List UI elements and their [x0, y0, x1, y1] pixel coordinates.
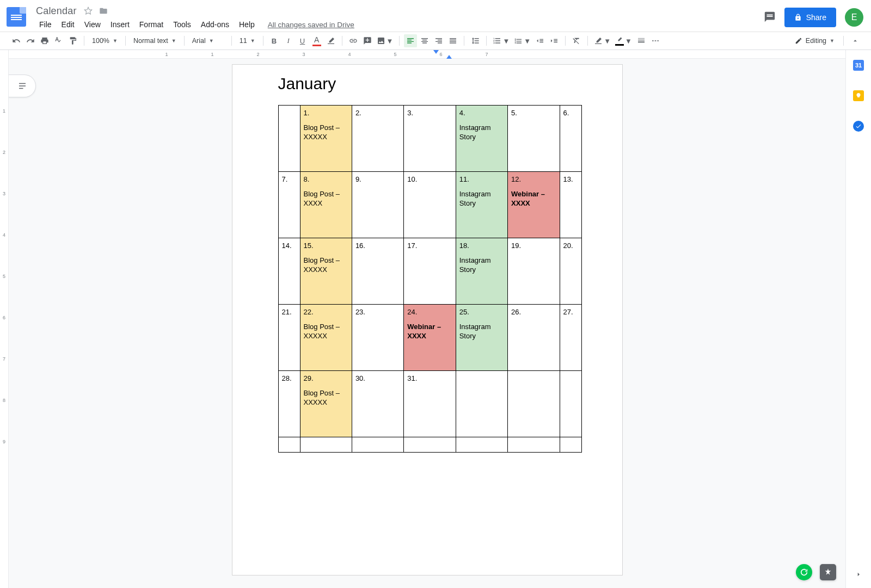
star-icon[interactable] [83, 6, 93, 16]
paint-format-button[interactable] [66, 34, 79, 47]
menu-addons[interactable]: Add-ons [197, 19, 234, 30]
line-spacing-button[interactable] [469, 34, 482, 47]
font-size-select[interactable]: 11▼ [236, 34, 259, 47]
numbered-list-button[interactable]: ▼ [491, 34, 511, 47]
insert-link-button[interactable] [347, 34, 360, 47]
toolbar: 100%▼ Normal text▼ Arial▼ 11▼ B I U A ▼ … [0, 32, 871, 50]
lock-icon [794, 14, 802, 21]
border-dash-button[interactable] [649, 34, 662, 47]
print-button[interactable] [38, 34, 51, 47]
border-color-button[interactable]: ▼ [614, 34, 634, 47]
align-justify-button[interactable] [446, 34, 459, 47]
font-select[interactable]: Arial▼ [189, 34, 227, 47]
menu-help[interactable]: Help [235, 19, 259, 30]
align-center-button[interactable] [418, 34, 431, 47]
menu-tools[interactable]: Tools [169, 19, 195, 30]
svg-marker-0 [84, 7, 91, 14]
saved-status[interactable]: All changes saved in Drive [268, 21, 354, 29]
app-header: Calendar File Edit View Insert Format To… [0, 0, 871, 32]
document-title[interactable]: Calendar [35, 5, 78, 17]
bold-button[interactable]: B [268, 34, 281, 47]
insert-image-button[interactable]: ▼ [375, 34, 395, 47]
align-left-button[interactable] [404, 34, 417, 47]
border-width-button[interactable] [635, 34, 648, 47]
align-right-button[interactable] [432, 34, 445, 47]
underline-button[interactable]: U [296, 34, 309, 47]
pencil-icon [795, 37, 802, 45]
text-color-button[interactable]: A [310, 34, 323, 47]
menu-bar: File Edit View Insert Format Tools Add-o… [35, 18, 764, 31]
share-button-label: Share [806, 13, 826, 22]
zoom-select[interactable]: 100%▼ [89, 34, 121, 47]
clear-formatting-button[interactable] [570, 34, 583, 47]
undo-button[interactable] [10, 34, 23, 47]
docs-logo-icon[interactable] [7, 7, 26, 27]
bulleted-list-button[interactable]: ▼ [512, 34, 532, 47]
menu-format[interactable]: Format [135, 19, 168, 30]
folder-icon[interactable] [99, 6, 108, 16]
menu-insert[interactable]: Insert [106, 19, 134, 30]
redo-button[interactable] [24, 34, 37, 47]
mode-select[interactable]: Editing▼ [792, 34, 838, 47]
insert-comment-button[interactable] [361, 34, 374, 47]
menu-edit[interactable]: Edit [57, 19, 79, 30]
highlight-button[interactable] [324, 34, 338, 47]
decrease-indent-button[interactable] [533, 34, 547, 47]
fill-color-button[interactable]: ▼ [592, 34, 612, 47]
increase-indent-button[interactable] [548, 34, 561, 47]
avatar[interactable]: E [845, 8, 863, 27]
hide-menus-button[interactable] [849, 35, 861, 47]
share-button[interactable]: Share [784, 8, 836, 27]
spellcheck-button[interactable] [52, 34, 65, 47]
italic-button[interactable]: I [282, 34, 295, 47]
style-select[interactable]: Normal text▼ [130, 34, 180, 47]
menu-file[interactable]: File [35, 19, 56, 30]
menu-view[interactable]: View [80, 19, 105, 30]
open-comments-icon[interactable] [764, 11, 776, 24]
